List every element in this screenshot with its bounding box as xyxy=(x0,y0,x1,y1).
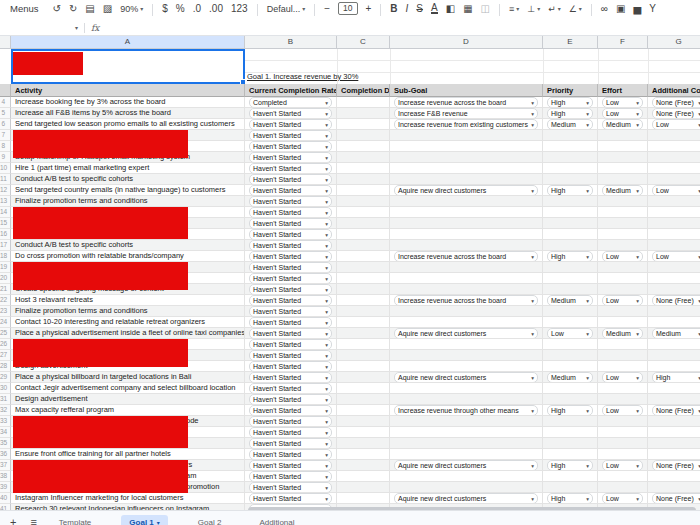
effort-dropdown[interactable]: Low▾ xyxy=(602,460,643,471)
cell-num[interactable]: 18 xyxy=(0,251,11,262)
cell-f[interactable] xyxy=(598,361,648,372)
cell-f[interactable] xyxy=(598,339,648,350)
percent-format-icon[interactable]: % xyxy=(176,3,185,14)
cell-num[interactable]: 8 xyxy=(0,141,11,152)
additional-cost-dropdown[interactable]: Medium▾ xyxy=(652,328,700,339)
cell-cc[interactable] xyxy=(337,229,390,240)
cell-g[interactable] xyxy=(648,218,700,229)
borders-icon[interactable]: ▦ xyxy=(463,3,472,14)
cell-d[interactable] xyxy=(390,350,543,361)
completion-rate-dropdown[interactable]: Haven't Started▾ xyxy=(249,493,332,504)
cell-e[interactable]: High▾ xyxy=(543,251,598,262)
cell-f[interactable] xyxy=(598,317,648,328)
cell-d[interactable] xyxy=(390,284,543,295)
sub-goal-dropdown[interactable]: Increase revenue across the board▾ xyxy=(394,251,538,262)
cell-e[interactable] xyxy=(543,152,598,163)
cell-g[interactable] xyxy=(648,383,700,394)
completion-rate-dropdown[interactable]: Haven't Started▾ xyxy=(249,108,332,119)
cell-d[interactable] xyxy=(390,229,543,240)
cell-b[interactable]: Haven't Started▾ xyxy=(245,339,337,350)
effort-dropdown[interactable]: Low▾ xyxy=(602,405,643,416)
cell-b[interactable]: Haven't Started▾ xyxy=(245,317,337,328)
cell-d[interactable]: Aquire new direct customers▾ xyxy=(390,372,543,383)
cell-cc[interactable] xyxy=(337,218,390,229)
additional-cost-dropdown[interactable]: None (Free)▾ xyxy=(652,97,700,108)
additional-cost-dropdown[interactable]: None (Free)▾ xyxy=(652,405,700,416)
cell-num[interactable]: 26 xyxy=(0,339,11,350)
cell-num[interactable]: 36 xyxy=(0,449,11,460)
cell-f[interactable] xyxy=(598,416,648,427)
cell-g[interactable]: None (Free)▾ xyxy=(648,493,700,504)
cell-b[interactable]: Haven't Started▾ xyxy=(245,163,337,174)
additional-cost-dropdown[interactable]: None (Free)▾ xyxy=(652,493,700,504)
cell-f[interactable] xyxy=(598,196,648,207)
completion-rate-dropdown[interactable]: Haven't Started▾ xyxy=(249,152,332,163)
cell-b[interactable]: Haven't Started▾ xyxy=(245,152,337,163)
cell-f[interactable] xyxy=(598,218,648,229)
cell-d[interactable] xyxy=(390,262,543,273)
cell-cc[interactable] xyxy=(337,328,390,339)
decrease-decimal-icon[interactable]: .0 xyxy=(193,3,201,14)
cell-e[interactable] xyxy=(543,273,598,284)
cell-cc[interactable] xyxy=(337,361,390,372)
cell-num[interactable]: 6 xyxy=(0,119,11,130)
cell-f[interactable] xyxy=(598,482,648,493)
sub-goal-dropdown[interactable]: Increase revenue across the board▾ xyxy=(394,97,538,108)
cell-b[interactable]: Haven't Started▾ xyxy=(245,438,337,449)
cell-num[interactable]: 21 xyxy=(0,284,11,295)
cell-e[interactable]: Low▾ xyxy=(543,328,598,339)
cell-d[interactable] xyxy=(390,141,543,152)
cell-cc[interactable] xyxy=(337,383,390,394)
cell-cc[interactable] xyxy=(337,130,390,141)
cell-f[interactable] xyxy=(598,350,648,361)
cell-a[interactable]: Do cross promotion with relatable brands… xyxy=(11,251,245,262)
sub-goal-dropdown[interactable]: Increase revenue from existing customers… xyxy=(394,119,538,130)
cell-f[interactable]: Medium▾ xyxy=(598,185,648,196)
cell-e[interactable]: Medium▾ xyxy=(543,295,598,306)
completion-rate-dropdown[interactable]: Haven't Started▾ xyxy=(249,196,332,207)
cell-b[interactable]: Haven't Started▾ xyxy=(245,306,337,317)
cell-g[interactable]: Low▾ xyxy=(648,251,700,262)
completion-rate-dropdown[interactable]: Haven't Started▾ xyxy=(249,317,332,328)
cell-e[interactable] xyxy=(543,163,598,174)
completion-rate-dropdown[interactable]: Haven't Started▾ xyxy=(249,284,332,295)
cell-d[interactable] xyxy=(390,152,543,163)
cell-num[interactable]: 35 xyxy=(0,438,11,449)
cell-e[interactable] xyxy=(543,284,598,295)
cell-d[interactable]: Aquire new direct customers▾ xyxy=(390,460,543,471)
tab-additional[interactable]: Additional xyxy=(251,515,302,525)
cell-e[interactable] xyxy=(543,350,598,361)
completion-rate-dropdown[interactable]: Haven't Started▾ xyxy=(249,328,332,339)
zoom-select[interactable]: 90%▾ xyxy=(120,4,143,14)
completion-rate-dropdown[interactable]: Haven't Started▾ xyxy=(249,405,332,416)
cell-d[interactable] xyxy=(390,273,543,284)
cell-b[interactable]: Completed▾ xyxy=(245,97,337,108)
effort-dropdown[interactable]: Low▾ xyxy=(602,108,643,119)
cell-f[interactable]: Low▾ xyxy=(598,97,648,108)
effort-dropdown[interactable]: Low▾ xyxy=(602,97,643,108)
cell-cc[interactable] xyxy=(337,196,390,207)
cell-cc[interactable] xyxy=(337,152,390,163)
text-rotation-icon[interactable]: ∠▾ xyxy=(569,4,582,14)
cell-f[interactable] xyxy=(598,152,648,163)
priority-dropdown[interactable]: High▾ xyxy=(547,493,593,504)
effort-dropdown[interactable]: Low▾ xyxy=(602,493,643,504)
cell-cc[interactable] xyxy=(337,438,390,449)
cell-num[interactable]: 23 xyxy=(0,306,11,317)
cell-b[interactable]: Haven't Started▾ xyxy=(245,284,337,295)
horizontal-align-icon[interactable]: ≡▾ xyxy=(509,4,519,14)
text-color-icon[interactable]: A xyxy=(431,3,438,14)
additional-cost-dropdown[interactable]: Low▾ xyxy=(652,251,700,262)
cell-a[interactable]: Finalize promotion terms and conditions xyxy=(11,196,245,207)
cell-f[interactable]: Medium▾ xyxy=(598,328,648,339)
cell-g[interactable]: Low▾ xyxy=(648,119,700,130)
cell-num[interactable]: 12 xyxy=(0,185,11,196)
cell-a[interactable]: Instagram Influencer marketing for local… xyxy=(11,493,245,504)
cell-b[interactable]: Haven't Started▾ xyxy=(245,240,337,251)
completion-rate-dropdown[interactable]: Haven't Started▾ xyxy=(249,416,332,427)
cell-d[interactable] xyxy=(390,317,543,328)
completion-rate-dropdown[interactable]: Haven't Started▾ xyxy=(249,141,332,152)
vertical-align-icon[interactable]: ⊥▾ xyxy=(527,4,540,14)
increase-decimal-icon[interactable]: .00 xyxy=(209,3,223,14)
cell-e[interactable]: High▾ xyxy=(543,97,598,108)
